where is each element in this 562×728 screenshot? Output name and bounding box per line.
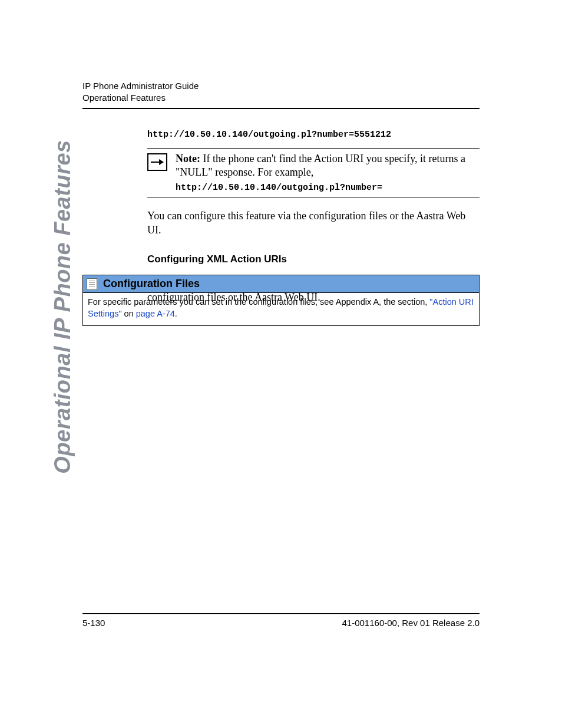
side-tab-label: Operational IP Phone Features [50,140,75,473]
config-files-box: Configuration Files For specific paramet… [82,275,480,326]
example-url-1: http://10.50.10.140/outgoing.pl?number=5… [147,130,480,140]
footer-row: 5-130 41-001160-00, Rev 01 Release 2.0 [82,618,480,628]
page-number: 5-130 [82,618,105,628]
note-example-url: http://10.50.10.140/outgoing.pl?number= [176,182,480,194]
page: Operational IP Phone Features IP Phone A… [0,0,562,728]
document-icon [87,278,97,290]
config-files-header: Configuration Files [83,275,479,293]
paragraph-1: You can configure this feature via the c… [147,209,480,237]
footer: 5-130 41-001160-00, Rev 01 Release 2.0 [82,613,480,628]
side-tab: Operational IP Phone Features [49,141,75,472]
header-line-1: IP Phone Administrator Guide [82,80,480,92]
footer-rule [82,613,480,614]
config-files-body: For specific parameters you can set in t… [83,293,479,325]
doc-revision: 41-001160-00, Rev 01 Release 2.0 [342,618,480,628]
link-page-a74[interactable]: page A-74 [136,309,175,318]
note-box: Note: If the phone can't find the Action… [147,148,480,197]
config-files-title: Configuration Files [103,278,200,290]
header-rule [82,108,480,109]
running-header: IP Phone Administrator Guide Operational… [82,80,480,109]
config-box-wrap: Configuration Files For specific paramet… [82,275,480,326]
note-text: Note: If the phone can't find the Action… [176,152,480,193]
header-line-2: Operational Features [82,92,480,104]
note-label: Note: [176,153,200,164]
config-body-prefix: For specific parameters you can set in t… [88,297,429,307]
note-body: If the phone can't find the Action URI y… [176,153,465,178]
config-body-mid: on [122,309,136,318]
arrow-right-icon [147,153,167,171]
config-body-suffix: . [175,309,177,318]
subheading: Configuring XML Action URIs [147,253,480,265]
